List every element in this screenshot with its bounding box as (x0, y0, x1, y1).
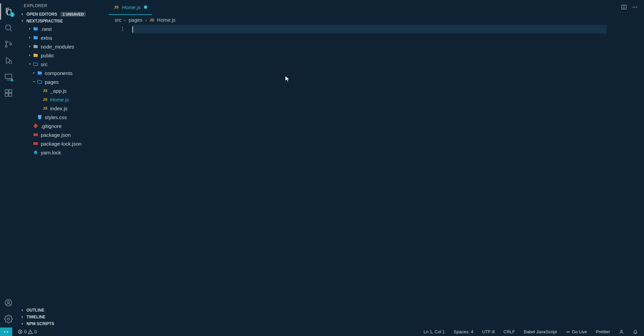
npm-scripts-header[interactable]: NPM SCRIPTS (17, 320, 109, 327)
outline-label: OUTLINE (26, 308, 44, 313)
breadcrumb-file[interactable]: Home.js (157, 17, 175, 23)
split-editor-icon[interactable] (621, 4, 627, 11)
breadcrumbs[interactable]: src › pages › JS Home.js (109, 15, 644, 25)
file-label: .gitignore (41, 123, 62, 129)
status-eol[interactable]: CRLF (502, 329, 516, 334)
folder-label: pages (45, 79, 59, 85)
svg-rect-7 (5, 93, 8, 96)
status-encoding[interactable]: UTF-8 (481, 329, 496, 334)
status-bell-icon[interactable] (631, 329, 639, 334)
folder-label: extra (41, 35, 52, 41)
yarn-icon (33, 150, 39, 155)
svg-rect-5 (5, 74, 12, 78)
folder-components[interactable]: components (17, 69, 109, 77)
tab-home-js[interactable]: JS Home.js (109, 0, 152, 15)
file-gitignore[interactable]: .gitignore (17, 122, 109, 130)
open-editors-header[interactable]: OPEN EDITORS 1 UNSAVED (17, 11, 109, 18)
minimap[interactable] (607, 25, 644, 327)
npm-icon (33, 142, 39, 146)
tab-bar: JS Home.js (109, 0, 644, 15)
chevron-right-icon: › (124, 17, 126, 23)
project-name: NEXTJSPRACTISE (26, 19, 63, 23)
svg-point-15 (34, 151, 38, 154)
svg-rect-13 (33, 133, 38, 136)
svg-point-18 (634, 6, 635, 7)
timeline-label: TIMELINE (26, 315, 45, 319)
svg-point-17 (633, 6, 633, 7)
activity-source-control-icon[interactable] (0, 36, 17, 52)
svg-point-11 (7, 301, 10, 303)
activity-account-icon[interactable] (0, 295, 17, 311)
folder-label: components (45, 70, 73, 76)
outline-header[interactable]: OUTLINE (17, 307, 109, 314)
chevron-right-icon: › (145, 17, 147, 23)
activity-explorer-icon[interactable]: 1 (0, 3, 17, 20)
file-label: yarn.lock (41, 150, 61, 155)
tab-actions (621, 4, 644, 11)
folder-label: node_modules (41, 44, 74, 50)
project-header[interactable]: NEXTJSPRACTISE (17, 18, 109, 24)
folder-node-modules[interactable]: node_modules (17, 42, 109, 51)
folder-pages[interactable]: pages (17, 77, 109, 86)
line-gutter: 1 (109, 25, 132, 327)
status-line-col[interactable]: Ln 1, Col 1 (422, 329, 446, 334)
js-icon: JS (114, 5, 118, 9)
breadcrumb-pages[interactable]: pages (129, 17, 143, 23)
status-go-live[interactable]: Go Live (564, 329, 588, 334)
editor-area: JS Home.js src › pages › JS Home.js (109, 0, 644, 327)
warning-count: 0 (34, 329, 37, 334)
file-package-json[interactable]: package.json (17, 130, 109, 139)
css-icon (37, 114, 43, 120)
more-actions-icon[interactable] (632, 4, 638, 11)
open-editors-label: OPEN EDITORS (26, 12, 57, 17)
error-count: 0 (24, 329, 26, 334)
folder-public[interactable]: public (17, 51, 109, 60)
js-icon: JS (42, 97, 48, 101)
code-area[interactable] (132, 25, 607, 327)
file-styles-css[interactable]: styles.css (17, 113, 109, 122)
status-feedback-icon[interactable] (618, 329, 625, 334)
activity-remote-icon[interactable] (0, 69, 17, 85)
activity-extensions-icon[interactable] (0, 85, 17, 101)
activity-search-icon[interactable] (0, 20, 17, 36)
file-app-js[interactable]: JS _app.js (17, 86, 109, 95)
code-line-1[interactable] (132, 25, 607, 34)
remote-window-button[interactable] (0, 328, 12, 336)
unsaved-badge: 1 UNSAVED (60, 12, 86, 17)
svg-rect-14 (33, 142, 38, 145)
file-label: _app.js (50, 88, 67, 94)
npm-icon (33, 133, 39, 137)
activity-settings-icon[interactable] (0, 311, 17, 327)
timeline-header[interactable]: TIMELINE (17, 314, 109, 320)
explorer-badge: 1 (10, 12, 15, 17)
tab-label: Home.js (122, 4, 140, 10)
folder-src[interactable]: src (17, 60, 109, 69)
remote-badge-dot (11, 79, 13, 81)
status-language[interactable]: Babel JavaScript (523, 329, 558, 334)
svg-point-1 (5, 41, 7, 43)
breadcrumb-src[interactable]: src (115, 17, 121, 23)
file-tree: .next extra node_modules public src (17, 24, 109, 157)
svg-rect-9 (9, 90, 12, 93)
status-bar: 0 0 Ln 1, Col 1 Spaces: 4 UTF-8 CRLF Bab… (0, 327, 644, 336)
activity-bar: 1 (0, 0, 17, 327)
editor-body[interactable]: 1 (109, 25, 644, 327)
file-package-lock-json[interactable]: package-lock.json (17, 139, 109, 148)
line-number: 1 (109, 25, 124, 34)
status-spaces[interactable]: Spaces: 4 (452, 329, 475, 334)
file-home-js[interactable]: JS Home.js (17, 95, 109, 104)
file-index-js[interactable]: JS index.js (17, 104, 109, 113)
svg-rect-6 (5, 90, 8, 93)
folder-label: .next (41, 26, 52, 32)
npm-scripts-label: NPM SCRIPTS (26, 321, 54, 326)
folder-extra[interactable]: extra (17, 33, 109, 42)
svg-point-19 (636, 6, 637, 7)
file-yarn-lock[interactable]: yarn.lock (17, 148, 109, 157)
folder-next[interactable]: .next (17, 24, 109, 33)
svg-point-2 (5, 45, 7, 47)
status-problems[interactable]: 0 0 (16, 329, 38, 334)
activity-run-debug-icon[interactable] (0, 52, 17, 69)
mouse-pointer-icon (285, 76, 290, 84)
status-prettier[interactable]: Prettier (594, 329, 611, 334)
svg-point-4 (9, 61, 12, 64)
